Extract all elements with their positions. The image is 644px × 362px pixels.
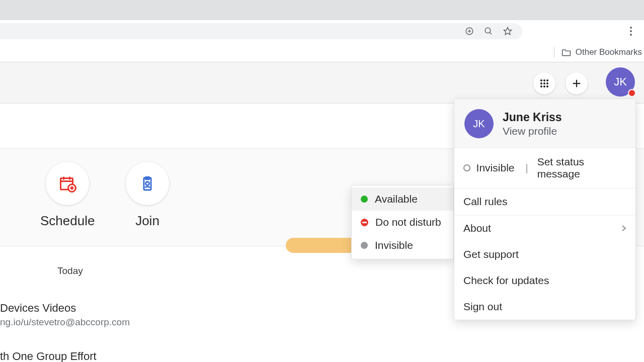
- separator: |: [525, 162, 528, 174]
- today-heading: Today: [57, 265, 83, 277]
- folder-icon: [561, 48, 572, 57]
- dialpad-button[interactable]: [533, 72, 555, 95]
- new-button[interactable]: [566, 72, 588, 95]
- join-label: Join: [126, 213, 169, 229]
- other-bookmarks-label[interactable]: Other Bookmarks: [576, 47, 642, 57]
- profile-avatar-button[interactable]: JK: [606, 67, 635, 97]
- svg-point-14: [546, 82, 548, 84]
- browser-menu-icon[interactable]: [624, 20, 638, 42]
- list-item-title: Devices Videos: [0, 302, 130, 315]
- svg-point-13: [543, 82, 545, 84]
- calendar-plus-icon: [58, 174, 76, 193]
- svg-point-15: [540, 85, 542, 87]
- svg-point-3: [485, 28, 491, 33]
- menu-item-label: Sign out: [463, 301, 502, 313]
- status-indicator-icon: [463, 164, 470, 171]
- svg-point-10: [543, 79, 545, 81]
- status-dot-available-icon: [361, 196, 368, 203]
- status-submenu: Available Do not disturb Invisible: [351, 185, 454, 259]
- status-option-label: Do not disturb: [375, 216, 441, 228]
- svg-point-7: [630, 30, 632, 32]
- menu-item-label: Call rules: [463, 196, 508, 208]
- schedule-label: Schedule: [40, 213, 95, 229]
- menu-item-about[interactable]: About: [454, 215, 635, 241]
- status-option-available[interactable]: Available: [352, 188, 453, 211]
- app-header: JK: [0, 62, 644, 104]
- set-status-message[interactable]: Set status message: [537, 156, 626, 180]
- address-bar[interactable]: [0, 23, 522, 39]
- menu-item-check-updates[interactable]: Check for updates: [454, 267, 635, 294]
- svg-point-17: [546, 85, 548, 87]
- profile-status-row: Invisible | Set status message: [454, 148, 635, 189]
- menu-item-get-support[interactable]: Get support: [454, 241, 635, 267]
- join-icon: [139, 175, 156, 192]
- list-item-title: th One Group Effort: [0, 350, 97, 362]
- avatar-initials: JK: [473, 118, 485, 130]
- menu-item-label: About: [463, 222, 491, 234]
- bookmarks-bar: Other Bookmarks: [0, 42, 644, 62]
- chevron-right-icon: [621, 225, 626, 232]
- svg-point-16: [543, 85, 545, 87]
- join-action[interactable]: Join: [126, 162, 169, 229]
- status-option-label: Invisible: [375, 239, 413, 251]
- menu-item-label: Check for updates: [463, 275, 549, 287]
- browser-address-row: [0, 20, 644, 42]
- svg-marker-5: [504, 28, 512, 35]
- zoom-icon[interactable]: [484, 27, 493, 36]
- avatar-initials: JK: [614, 75, 627, 88]
- highlight-pill: [286, 238, 357, 253]
- status-dot-dnd-icon: [361, 219, 368, 226]
- menu-item-sign-out[interactable]: Sign out: [454, 294, 635, 320]
- profile-name: June Kriss: [503, 111, 562, 124]
- status-option-invisible[interactable]: Invisible: [352, 234, 453, 257]
- status-option-dnd[interactable]: Do not disturb: [352, 211, 453, 234]
- view-profile-link[interactable]: View profile: [503, 125, 562, 137]
- list-item-subtitle: ng.io/u/stevetro@abccorp.com: [0, 317, 130, 328]
- schedule-action[interactable]: Schedule: [40, 162, 95, 229]
- svg-point-8: [630, 34, 632, 36]
- svg-point-12: [540, 82, 542, 84]
- presence-dot-busy: [628, 89, 636, 97]
- profile-menu-header[interactable]: JK June Kriss View profile: [454, 99, 635, 148]
- menu-item-call-rules[interactable]: Call rules: [454, 189, 635, 215]
- profile-menu: JK June Kriss View profile Invisible | S…: [454, 99, 636, 320]
- status-option-label: Available: [375, 193, 418, 205]
- list-item[interactable]: Devices Videos ng.io/u/stevetro@abccorp.…: [0, 302, 130, 328]
- browser-tabstrip: [0, 0, 644, 20]
- svg-line-4: [490, 32, 492, 34]
- add-page-icon[interactable]: [465, 27, 474, 36]
- menu-item-label: Get support: [463, 248, 519, 260]
- svg-point-28: [145, 182, 149, 185]
- svg-point-6: [630, 27, 632, 29]
- list-item[interactable]: th One Group Effort: [0, 350, 97, 362]
- star-icon[interactable]: [503, 27, 512, 36]
- svg-point-9: [540, 79, 542, 81]
- svg-point-11: [546, 79, 548, 81]
- status-dot-invisible-icon: [361, 242, 368, 249]
- profile-menu-avatar: JK: [464, 109, 494, 138]
- current-status-label[interactable]: Invisible: [476, 162, 515, 174]
- bookmarks-separator: [554, 47, 554, 58]
